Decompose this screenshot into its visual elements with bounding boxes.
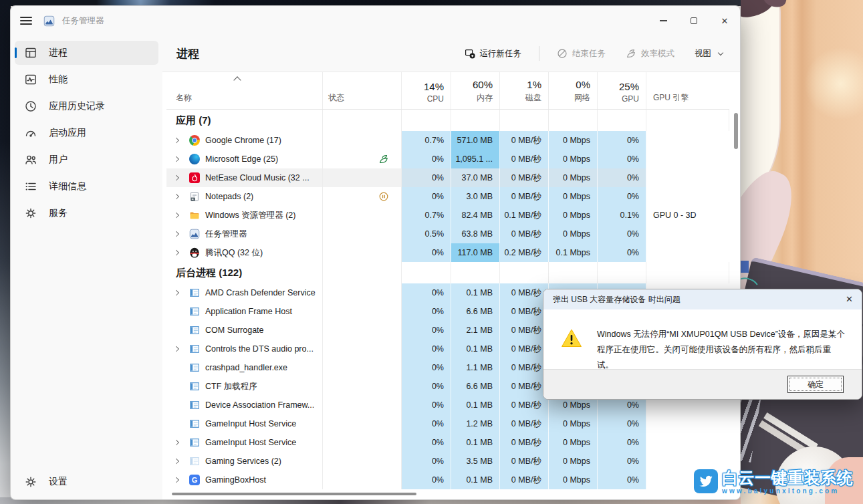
gpu-cell: 0% [598, 187, 646, 206]
process-row[interactable]: 任务管理器0.5%63.8 MB0 MB/秒0 Mbps0% [166, 225, 729, 243]
group-cell [598, 262, 646, 283]
process-name-cell: Google Chrome (17) [166, 131, 323, 150]
process-row[interactable]: Windows 资源管理器 (2)0.7%82.4 MB0.1 MB/秒0 Mb… [166, 206, 729, 225]
expand-chevron-icon[interactable] [174, 213, 185, 217]
process-row[interactable]: Google Chrome (17)0.7%571.0 MB0 MB/秒0 Mb… [166, 131, 729, 150]
horizontal-scrollbar-thumb[interactable] [172, 493, 416, 495]
status-cell [323, 377, 402, 396]
maximize-button[interactable] [679, 6, 709, 35]
process-row[interactable]: Microsoft Edge (25)0%1,095.1 ...0 MB/秒0 … [166, 150, 729, 168]
expand-chevron-icon[interactable] [174, 347, 185, 351]
end-task-button[interactable]: 结束任务 [550, 44, 612, 64]
dialog-close-icon[interactable]: ✕ [846, 294, 853, 304]
settings-gear-icon [24, 475, 37, 489]
sidebar-item-app-history[interactable]: 应用历史记录 [15, 94, 158, 118]
column-header-gpu-engine[interactable]: GPU 引擎 [646, 72, 729, 109]
disk-cell: 0 MB/秒 [500, 321, 549, 340]
sidebar-item-settings[interactable]: 设置 [15, 470, 158, 494]
process-row[interactable]: Gaming Services (2)0%3.5 MB0 MB/秒0 Mbps0… [166, 452, 729, 471]
process-name: Application Frame Host [205, 307, 292, 316]
network-cell: 0 Mbps [549, 452, 598, 471]
efficiency-leaf-icon [378, 154, 389, 164]
explorer-folder-icon [189, 210, 200, 221]
expand-chevron-icon[interactable] [174, 459, 185, 463]
hamburger-menu-icon[interactable] [20, 17, 32, 25]
expand-chevron-icon[interactable] [174, 251, 185, 255]
cpu-cell: 0% [402, 302, 451, 321]
process-group-label: 后台进程 (122) [176, 267, 242, 279]
sidebar-item-performance[interactable]: 性能 [15, 68, 158, 92]
column-header-network[interactable]: 0% 网络 [549, 72, 598, 109]
process-row[interactable]: Notepads (2)0%3.0 MB0 MB/秒0 Mbps0% [166, 187, 729, 206]
gaming-services-icon [189, 456, 200, 467]
column-header-name[interactable]: 名称 [166, 72, 323, 109]
group-cell [549, 262, 598, 283]
process-name-cell: Notepads (2) [166, 187, 323, 206]
column-header-memory[interactable]: 60% 内存 [451, 72, 500, 109]
process-name: AMD Crash Defender Service [205, 288, 316, 297]
disk-cell: 0 MB/秒 [500, 340, 549, 358]
process-name: Windows 资源管理器 (2) [205, 210, 295, 221]
process-group-header[interactable]: 后台进程 (122) [166, 262, 729, 283]
expand-chevron-icon[interactable] [174, 138, 185, 142]
cpu-cell: 0% [402, 358, 451, 377]
sidebar-item-label: 进程 [49, 47, 68, 59]
memory-cell: 3.5 MB [451, 452, 500, 471]
group-cell [549, 110, 598, 131]
desktop-wallpaper [741, 0, 863, 504]
sidebar-item-processes[interactable]: 进程 [15, 41, 158, 65]
status-cell [323, 471, 402, 489]
expand-chevron-icon[interactable] [174, 478, 185, 482]
startup-apps-icon [24, 126, 37, 140]
sidebar-item-startup-apps[interactable]: 启动应用 [15, 121, 158, 145]
column-header-disk[interactable]: 1% 磁盘 [500, 72, 549, 109]
process-group-header[interactable]: 应用 (7) [166, 110, 729, 131]
run-new-task-button[interactable]: 运行新任务 [458, 44, 529, 64]
sidebar-item-details[interactable]: 详细信息 [15, 174, 158, 199]
process-name-cell: Windows 资源管理器 (2) [166, 206, 323, 225]
expand-chevron-icon[interactable] [174, 157, 185, 161]
process-table: 名称 状态 14% CPU 60% 内存 1% 磁盘 [166, 72, 729, 489]
efficiency-mode-button[interactable]: 效率模式 [619, 44, 681, 64]
column-header-gpu[interactable]: 25% GPU [598, 72, 646, 109]
wallpaper-blue-chip [741, 261, 749, 273]
cpu-cell: 0% [402, 321, 451, 340]
disk-cell: 0 MB/秒 [500, 433, 549, 452]
disk-cell: 0.1 MB/秒 [500, 206, 549, 225]
cpu-cell: 0% [402, 187, 451, 206]
warning-icon [561, 328, 582, 348]
sidebar-item-services[interactable]: 服务 [15, 201, 158, 225]
column-header-cpu[interactable]: 14% CPU [402, 72, 451, 109]
process-row[interactable]: NetEase Cloud Music (32 ...0%37.0 MB0 MB… [166, 168, 729, 187]
expand-chevron-icon[interactable] [174, 176, 185, 180]
dialog-footer: 确定 [543, 369, 862, 399]
view-button[interactable]: 视图 [688, 44, 729, 64]
disk-cell: 0 MB/秒 [500, 302, 549, 321]
expand-chevron-icon[interactable] [174, 440, 185, 445]
vertical-scrollbar-thumb[interactable] [734, 113, 738, 149]
qq-icon [189, 247, 200, 258]
gpu-cell: 0% [598, 225, 646, 243]
sidebar-item-users[interactable]: 用户 [15, 148, 158, 172]
expand-chevron-icon[interactable] [174, 291, 185, 295]
process-name: Gaming Services (2) [205, 457, 281, 466]
expand-chevron-icon[interactable] [174, 195, 185, 199]
minimize-button[interactable] [648, 6, 679, 35]
process-row[interactable]: GameInput Host Service0%0.1 MB0 MB/秒0 Mb… [166, 433, 729, 452]
network-cell: 0 Mbps [549, 131, 598, 150]
process-name: GamingBoxHost [205, 475, 266, 485]
memory-cell: 82.4 MB [451, 206, 500, 225]
ok-button[interactable]: 确定 [787, 376, 844, 393]
process-row[interactable]: GGamingBoxHost0%0.1 MB0 MB/秒0 Mbps0% [166, 471, 729, 489]
process-row[interactable]: GameInput Host Service0%1.2 MB0 MB/秒0 Mb… [166, 414, 729, 433]
column-header-status[interactable]: 状态 [323, 72, 402, 109]
close-button[interactable]: ✕ [709, 6, 740, 35]
process-name-cell: Device Association Framew... [166, 396, 323, 414]
expand-chevron-icon[interactable] [174, 232, 185, 236]
status-cell [323, 302, 402, 321]
status-cell [323, 358, 402, 377]
status-cell [323, 414, 402, 433]
status-cell [323, 225, 402, 243]
process-row[interactable]: 腾讯QQ (32 位)0%117.0 MB0.2 MB/秒0.1 Mbps0% [166, 243, 729, 262]
toolbar-buttons: 运行新任务 结束任务 效率模式 视图 [458, 44, 730, 64]
